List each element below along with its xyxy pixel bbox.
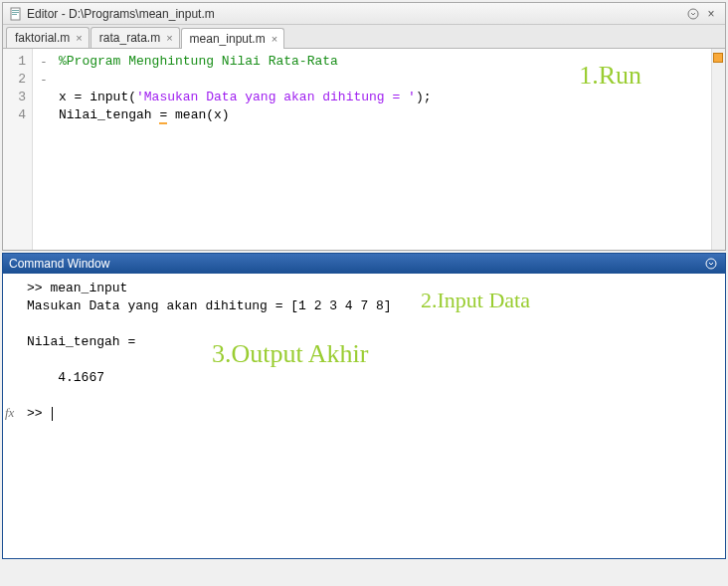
command-window-title: Command Window bbox=[9, 257, 109, 271]
command-window-body: fx >> mean_input Masukan Data yang akan … bbox=[3, 274, 725, 558]
annotation-input: 2.Input Data bbox=[421, 292, 530, 309]
editor-titlebar: Editor - D:\Programs\mean_input.m × bbox=[3, 3, 725, 25]
svg-point-4 bbox=[688, 9, 698, 19]
code-text: x = input( bbox=[59, 90, 136, 104]
break-marker: - bbox=[35, 53, 53, 71]
warning-indicator-icon[interactable] bbox=[713, 53, 723, 63]
fx-gutter[interactable]: fx bbox=[3, 274, 23, 558]
svg-rect-3 bbox=[12, 14, 17, 15]
breakpoint-column[interactable]: - - bbox=[33, 49, 55, 250]
editor-tabbar: faktorial.m × rata_rata.m × mean_input.m… bbox=[3, 25, 725, 49]
cursor-icon bbox=[52, 407, 53, 421]
fx-icon[interactable]: fx bbox=[5, 405, 14, 421]
tab-close-icon[interactable]: × bbox=[166, 32, 172, 44]
code-comment: %Program Menghintung Nilai Rata-Rata bbox=[59, 54, 338, 69]
svg-point-5 bbox=[706, 259, 716, 269]
code-area[interactable]: %Program Menghintung Nilai Rata-Rata x =… bbox=[55, 49, 711, 250]
tab-faktorial[interactable]: faktorial.m × bbox=[6, 27, 90, 48]
tab-mean-input[interactable]: mean_input.m × bbox=[181, 28, 284, 49]
break-marker: - bbox=[35, 71, 53, 89]
code-text: mean(x) bbox=[167, 107, 229, 122]
annotation-run: 1.Run bbox=[579, 67, 641, 85]
command-window-dropdown-icon[interactable] bbox=[703, 256, 719, 272]
editor-panel: Editor - D:\Programs\mean_input.m × fakt… bbox=[2, 2, 726, 251]
code-text: ); bbox=[416, 90, 432, 104]
tab-label: mean_input.m bbox=[190, 32, 266, 46]
command-window-titlebar: Command Window bbox=[3, 254, 725, 274]
tab-rata-rata[interactable]: rata_rata.m × bbox=[91, 27, 180, 48]
tab-close-icon[interactable]: × bbox=[76, 32, 82, 44]
line-number: 2 bbox=[5, 71, 26, 89]
tab-label: faktorial.m bbox=[15, 31, 70, 45]
code-text: Nilai_tengah bbox=[59, 107, 159, 122]
editor-body: 1 2 3 4 - - %Program Menghintung Nilai R… bbox=[3, 49, 725, 250]
editor-title: Editor - D:\Programs\mean_input.m bbox=[27, 7, 215, 21]
editor-dropdown-icon[interactable] bbox=[685, 6, 701, 22]
svg-rect-2 bbox=[12, 12, 19, 13]
tab-close-icon[interactable]: × bbox=[272, 33, 277, 45]
editor-close-button[interactable]: × bbox=[703, 6, 719, 22]
line-number: 1 bbox=[5, 53, 26, 71]
editor-file-icon bbox=[9, 7, 23, 21]
command-window-panel: Command Window fx >> mean_input Masukan … bbox=[2, 253, 726, 559]
annotation-output: 3.Output Akhir bbox=[212, 345, 368, 363]
code-string: 'Masukan Data yang akan dihitung = ' bbox=[136, 90, 416, 104]
overview-ruler[interactable] bbox=[711, 49, 725, 250]
svg-rect-1 bbox=[12, 10, 19, 11]
line-number: 3 bbox=[5, 89, 26, 106]
command-output[interactable]: >> mean_input Masukan Data yang akan dih… bbox=[23, 274, 725, 558]
line-number: 4 bbox=[5, 106, 26, 124]
line-number-gutter: 1 2 3 4 bbox=[3, 49, 33, 250]
tab-label: rata_rata.m bbox=[99, 31, 160, 45]
